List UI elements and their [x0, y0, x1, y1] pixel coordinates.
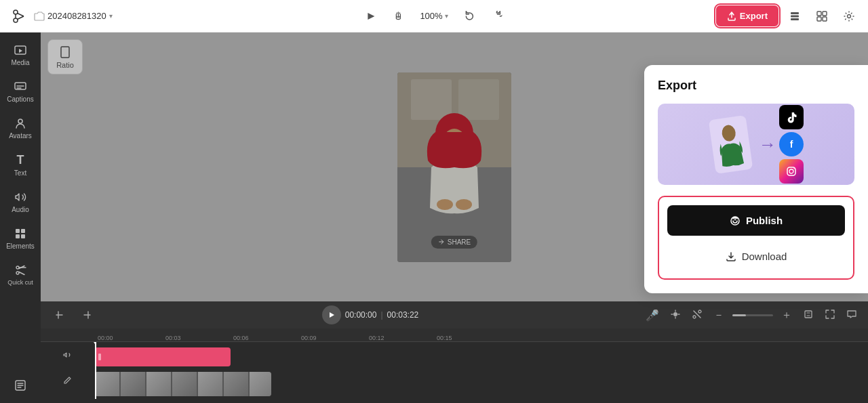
- export-popup: Export: [644, 65, 868, 293]
- sidebar-item-captions[interactable]: Captions: [3, 75, 38, 108]
- svg-point-15: [18, 119, 22, 123]
- timeline-playhead[interactable]: [95, 342, 96, 399]
- facebook-icon: f: [779, 132, 804, 156]
- sidebar-item-text[interactable]: T Text: [3, 148, 38, 182]
- svg-rect-17: [21, 229, 25, 233]
- export-popup-title: Export: [658, 79, 854, 93]
- svg-point-41: [693, 316, 696, 318]
- sidebar-item-media[interactable]: Media: [3, 38, 38, 72]
- track-volume-control[interactable]: [41, 345, 95, 365]
- cut-button[interactable]: [689, 307, 705, 323]
- hand-tool-button[interactable]: [387, 5, 409, 27]
- svg-rect-8: [817, 12, 821, 16]
- sidebar-item-history[interactable]: [3, 373, 38, 398]
- svg-point-39: [673, 312, 677, 316]
- svg-rect-18: [16, 234, 20, 238]
- svg-point-37: [789, 169, 793, 173]
- track-clip-pink[interactable]: [95, 347, 231, 366]
- track-row-video: [95, 372, 868, 396]
- topbar: 202408281320 ▾ 100% ▾: [0, 0, 868, 33]
- publish-button[interactable]: Publish: [667, 205, 845, 236]
- export-actions: Publish Download: [658, 196, 854, 280]
- canvas-area: Ratio: [41, 33, 868, 301]
- timeline-controls: 00:00:00 | 00:03:22 🎤: [41, 301, 868, 328]
- svg-point-42: [698, 310, 701, 313]
- sidebar: Media Captions Avatars T Text Audi: [0, 33, 41, 403]
- sidebar-item-quickcut[interactable]: Quick cut: [3, 258, 38, 292]
- track-side-controls: [41, 345, 95, 394]
- topbar-center-controls: 100% ▾: [360, 5, 507, 27]
- settings-button[interactable]: [838, 5, 860, 27]
- mic-button[interactable]: 🎤: [643, 307, 662, 323]
- timeline-ruler: 00:00 00:03 00:06 00:09 00:12 00:15: [41, 328, 868, 342]
- svg-rect-43: [805, 311, 812, 318]
- svg-rect-16: [16, 229, 20, 233]
- app-logo: [8, 7, 27, 26]
- markers-button[interactable]: [667, 307, 684, 323]
- track-clip-video[interactable]: [95, 372, 271, 396]
- timeline-right-controls: 🎤 －: [643, 307, 860, 324]
- redo-button[interactable]: [486, 5, 508, 27]
- zoom-selector[interactable]: 100% ▾: [414, 8, 453, 24]
- play-mode-button[interactable]: [360, 5, 382, 27]
- undo-button[interactable]: [459, 5, 481, 27]
- svg-rect-5: [791, 12, 799, 14]
- svg-line-2: [18, 13, 24, 16]
- timeline: 00:00:00 | 00:03:22 🎤: [41, 301, 868, 403]
- timeline-time-display: 00:00:00 | 00:03:22: [322, 305, 419, 324]
- svg-point-12: [848, 14, 851, 18]
- trim-right-button[interactable]: [76, 304, 98, 326]
- svg-rect-11: [823, 17, 827, 21]
- zoom-out-button[interactable]: －: [711, 307, 727, 324]
- instagram-icon: [779, 159, 804, 184]
- sidebar-item-avatars[interactable]: Avatars: [3, 111, 38, 145]
- comment-button[interactable]: [844, 307, 860, 323]
- main-layout: Media Captions Avatars T Text Audi: [0, 33, 868, 403]
- svg-point-0: [14, 10, 18, 14]
- export-banner: → f: [658, 104, 854, 185]
- sidebar-item-elements[interactable]: Elements: [3, 221, 38, 255]
- svg-rect-10: [817, 17, 821, 21]
- zoom-slider[interactable]: [732, 314, 773, 316]
- timeline-tracks: [41, 342, 868, 399]
- timeline-body: 00:00 00:03 00:06 00:09 00:12 00:15: [41, 328, 868, 403]
- trim-left-button[interactable]: [49, 304, 71, 326]
- svg-rect-9: [823, 12, 827, 16]
- sidebar-item-audio[interactable]: Audio: [3, 185, 38, 219]
- track-row-pink: [95, 345, 868, 369]
- project-name-selector[interactable]: 202408281320 ▾: [34, 11, 113, 22]
- expand-button[interactable]: [822, 307, 838, 323]
- svg-point-1: [14, 18, 18, 22]
- download-button[interactable]: Download: [667, 242, 845, 270]
- export-button[interactable]: Export: [716, 5, 778, 26]
- layout-button[interactable]: [811, 5, 833, 27]
- fit-button[interactable]: [800, 307, 816, 323]
- svg-rect-6: [791, 15, 799, 17]
- timeline-play-button[interactable]: [322, 305, 341, 324]
- project-name: 202408281320: [47, 11, 106, 21]
- svg-point-38: [793, 168, 795, 169]
- topbar-right-controls: Export: [716, 5, 860, 27]
- social-icons: f: [779, 105, 804, 184]
- layers-button[interactable]: [784, 5, 806, 27]
- svg-rect-44: [98, 354, 101, 360]
- project-chevron-icon: ▾: [109, 12, 113, 20]
- svg-line-40: [694, 311, 701, 318]
- svg-rect-19: [21, 234, 25, 238]
- svg-rect-7: [791, 18, 799, 20]
- zoom-in-button[interactable]: ＋: [778, 307, 795, 324]
- timeline-left-controls: [49, 304, 98, 326]
- track-edit-control[interactable]: [41, 366, 95, 394]
- svg-line-3: [18, 16, 24, 20]
- video-thumbnails: [95, 372, 271, 396]
- playhead-triangle: [92, 342, 98, 344]
- tiktok-icon: [779, 105, 804, 129]
